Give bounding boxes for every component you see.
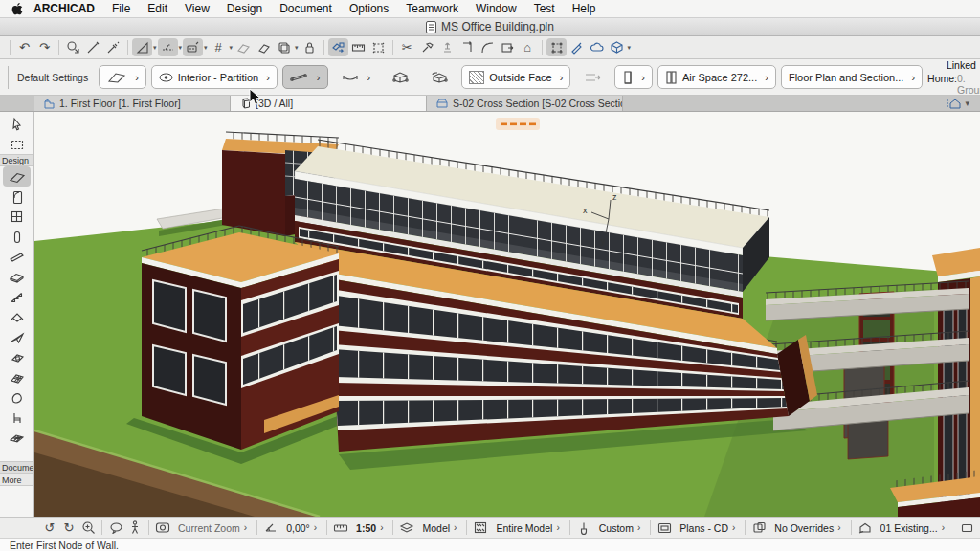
scale-ruler-icon[interactable]: [331, 519, 350, 537]
tool-curtain-wall[interactable]: [0, 367, 33, 387]
snap-guides-dropdown[interactable]: ▾: [179, 44, 183, 52]
geometry-method-straight[interactable]: ›: [282, 65, 328, 89]
pen-set-control[interactable]: Custom›: [593, 522, 647, 534]
partial-structure-icon[interactable]: [471, 519, 490, 537]
tool-morph[interactable]: [0, 387, 33, 408]
display-option-selector[interactable]: Floor Plan and Section...›: [781, 65, 923, 89]
flip-reference-button[interactable]: [575, 65, 610, 89]
menu-file[interactable]: File: [103, 2, 139, 15]
grid-snap-dropdown[interactable]: ▾: [230, 44, 234, 52]
window-title-bar[interactable]: MS Office Building.pln: [0, 18, 980, 36]
geometry-method-rotated-box[interactable]: [422, 65, 457, 89]
layers-icon[interactable]: [397, 519, 416, 537]
trace-reference-icon[interactable]: [274, 38, 294, 56]
split-icon[interactable]: ✂: [397, 38, 417, 56]
trace-plane-2-icon[interactable]: [254, 38, 274, 56]
back-button[interactable]: ↺: [40, 519, 59, 537]
project-navigator-icon[interactable]: [946, 98, 961, 109]
menu-window[interactable]: Window: [467, 2, 525, 15]
marquee-frame-icon[interactable]: [368, 38, 389, 56]
tab-3d-all[interactable]: [3D / All]: [231, 96, 427, 111]
resize-icon[interactable]: [498, 38, 518, 56]
menu-help[interactable]: Help: [564, 2, 605, 15]
menu-options[interactable]: Options: [341, 2, 397, 15]
3d-viewport-scene[interactable]: z x y: [34, 112, 980, 517]
scale-control[interactable]: 1:50›: [350, 522, 389, 534]
scrollbar-corner-icon[interactable]: [957, 519, 976, 537]
lock-icon[interactable]: [300, 38, 320, 56]
marquee-select-icon[interactable]: [546, 38, 567, 56]
tool-door[interactable]: [0, 187, 33, 207]
trace-dropdown[interactable]: ▾: [295, 44, 299, 52]
set-square-icon[interactable]: [132, 38, 152, 56]
renovation-filter-control[interactable]: 01 Existing...›: [875, 522, 950, 534]
partial-structure-control[interactable]: Entire Model›: [490, 522, 565, 534]
coordinate-dropdown[interactable]: ▾: [204, 44, 208, 52]
tool-window[interactable]: [0, 207, 33, 227]
tool-beam[interactable]: [0, 247, 33, 267]
snap-guides-icon[interactable]: [158, 38, 178, 56]
wall-structure-button[interactable]: ›: [614, 65, 653, 89]
adjust-icon[interactable]: [417, 38, 437, 56]
menu-view[interactable]: View: [176, 2, 218, 15]
grid-snap-icon[interactable]: #: [209, 38, 229, 56]
coordinate-input-icon[interactable]: [183, 38, 203, 56]
menu-teamwork[interactable]: Teamwork: [397, 2, 467, 15]
3d-dropdown[interactable]: ▾: [628, 44, 632, 52]
tool-marquee[interactable]: [0, 134, 33, 154]
redo-button[interactable]: ↷: [34, 38, 55, 56]
select-zoom-icon[interactable]: [63, 38, 83, 56]
menu-design[interactable]: Design: [218, 2, 271, 15]
cloud-icon[interactable]: [587, 38, 607, 56]
tool-object[interactable]: [0, 408, 33, 428]
tool-shell[interactable]: [0, 327, 33, 347]
geometry-method-curved[interactable]: ›: [333, 65, 379, 89]
tab-first-floor[interactable]: 1. First Floor [1. First Floor]: [34, 96, 231, 111]
markup-pencil-icon[interactable]: [567, 38, 587, 56]
camera-view-icon[interactable]: [153, 519, 172, 537]
tab-cross-section[interactable]: S-02 Cross Section [S-02 Cross Sectio...: [427, 96, 623, 111]
zoom-level-control[interactable]: Current Zoom›: [172, 522, 253, 534]
tool-mesh[interactable]: [0, 428, 33, 448]
zoom-in-icon[interactable]: [78, 519, 98, 537]
renovation-filter-icon[interactable]: [856, 519, 875, 537]
model-view-options-icon[interactable]: [655, 519, 674, 537]
graphic-overrides-control[interactable]: No Overrides›: [768, 522, 846, 534]
menu-archicad[interactable]: ARCHICAD: [25, 2, 103, 15]
walk-person-icon[interactable]: [125, 519, 145, 537]
eyedropper-icon[interactable]: [83, 38, 103, 56]
corner-icon[interactable]: [457, 38, 478, 56]
layer-selector[interactable]: Interior - Partition›: [151, 65, 278, 89]
measure-icon[interactable]: [348, 38, 368, 56]
3d-viewport[interactable]: z x y: [34, 112, 980, 517]
forward-button[interactable]: ↻: [59, 519, 78, 537]
tool-stair[interactable]: [0, 287, 33, 307]
trace-plane-icon[interactable]: [234, 38, 254, 56]
infobox-drag-handle[interactable]: [8, 66, 9, 89]
layer-combination-control[interactable]: Model›: [416, 522, 462, 534]
graphic-overrides-icon[interactable]: [749, 519, 768, 537]
menu-edit[interactable]: Edit: [139, 2, 176, 15]
tool-slab[interactable]: [0, 267, 33, 287]
rotate-angle-icon[interactable]: [261, 519, 280, 537]
tool-wall[interactable]: [3, 166, 31, 187]
home-story-icon[interactable]: ⌂: [518, 38, 538, 56]
pan-bubble-icon[interactable]: [106, 519, 125, 537]
menu-document[interactable]: Document: [271, 2, 341, 15]
pen-set-icon[interactable]: [574, 519, 593, 537]
composite-selector[interactable]: Air Space 272...›: [657, 65, 776, 89]
tool-roof[interactable]: [0, 307, 33, 327]
apple-menu-icon[interactable]: [11, 3, 23, 15]
tool-column[interactable]: [0, 227, 33, 247]
navigator-dropdown[interactable]: ▾: [965, 99, 969, 108]
tool-select-arrow[interactable]: [0, 114, 33, 134]
orientation-control[interactable]: 0,00°›: [280, 522, 323, 534]
wall-default-settings-button[interactable]: ›: [99, 65, 146, 89]
column-drop-icon[interactable]: [437, 38, 457, 56]
model-view-options-control[interactable]: Plans - CD›: [674, 522, 741, 534]
tool-skylight[interactable]: [0, 347, 33, 367]
syringe-icon[interactable]: [103, 38, 123, 56]
3d-cube-icon[interactable]: [607, 38, 627, 56]
set-square-dropdown[interactable]: ▾: [153, 44, 157, 52]
geometry-method-box[interactable]: [383, 65, 417, 89]
